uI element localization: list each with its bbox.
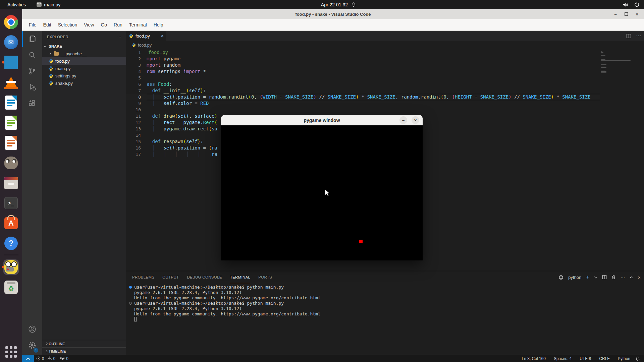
terminal-line-6: Hello from the pygame community. https:/…	[134, 311, 637, 317]
run-debug-icon[interactable]	[22, 79, 42, 95]
clock-menu[interactable]: Apr 22 01:32	[321, 2, 356, 7]
menu-terminal[interactable]: Terminal	[126, 21, 150, 29]
file-snake.py[interactable]: snake.py	[42, 79, 126, 87]
pygame-minimize-button[interactable]: –	[399, 116, 407, 124]
code-line-3[interactable]: 3mport random	[126, 62, 644, 68]
menu-selection[interactable]: Selection	[55, 21, 81, 29]
panel-tab-debug-console[interactable]: DEBUG CONSOLE	[187, 271, 222, 283]
dock-thunderbird-icon[interactable]: ✉	[2, 32, 20, 52]
pygame-title-bar[interactable]: pygame window – ×	[221, 115, 423, 125]
language-mode-status[interactable]: Python	[615, 356, 633, 361]
kill-terminal-icon[interactable]	[611, 275, 616, 280]
tab-close-icon[interactable]: ×	[161, 33, 164, 39]
panel-more-icon[interactable]: ···	[621, 275, 625, 280]
dock-terminal-icon[interactable]: >_	[2, 193, 20, 213]
minimap[interactable]	[600, 49, 644, 271]
encoding-status[interactable]: UTF-8	[577, 356, 594, 361]
pygame-close-button[interactable]: ×	[412, 116, 419, 124]
dock-libreoffice-writer-icon[interactable]	[2, 93, 20, 113]
terminal-profile-label[interactable]: python	[568, 275, 581, 280]
dock-snake-game-icon[interactable]	[2, 257, 20, 277]
explorer-icon[interactable]	[22, 31, 42, 47]
dock-trash-icon[interactable]: ♻	[2, 277, 20, 297]
dock-vlc-icon[interactable]	[2, 72, 20, 93]
pygame-canvas[interactable]	[221, 125, 423, 260]
activities-button[interactable]: Activities	[0, 0, 33, 9]
dock-show-apps-icon[interactable]	[2, 342, 20, 362]
cursor-position-status[interactable]: Ln 8, Col 160	[519, 356, 548, 361]
code-line-8[interactable]: 8 │ self.position = random.randint(0, (W…	[126, 94, 644, 100]
panel-tab-terminal[interactable]: TERMINAL	[230, 271, 251, 283]
tab-food-py[interactable]: food.py ×	[126, 31, 166, 41]
extensions-icon[interactable]	[22, 95, 42, 111]
code-line-5[interactable]: 5	[126, 75, 644, 81]
clock-label: Apr 22 01:32	[321, 2, 348, 7]
dock-separator	[4, 255, 18, 255]
volume-icon	[623, 2, 628, 7]
focused-app-menu[interactable]: main.py	[33, 0, 64, 9]
file-main.py[interactable]: main.py	[42, 65, 126, 72]
file-food.py[interactable]: food.py	[42, 57, 126, 65]
code-line-9[interactable]: 9 │ self.color = RED	[126, 100, 644, 107]
dock-help-icon[interactable]: ?	[2, 233, 20, 253]
system-status-area[interactable]	[623, 2, 639, 7]
panel-tab-ports[interactable]: PORTS	[258, 271, 272, 283]
dock-ubuntu-software-icon[interactable]: A	[2, 213, 20, 233]
menu-file[interactable]: File	[25, 21, 40, 29]
panel-tab-problems[interactable]: PROBLEMS	[132, 271, 154, 283]
remote-indicator[interactable]: ><	[22, 355, 34, 362]
maximize-panel-icon[interactable]	[630, 276, 633, 279]
indentation-status[interactable]: Spaces: 4	[551, 356, 574, 361]
split-terminal-icon[interactable]	[602, 275, 607, 280]
file-settings.py[interactable]: settings.py	[42, 72, 126, 79]
code-line-10[interactable]: 10	[126, 107, 644, 113]
menu-go[interactable]: Go	[97, 21, 110, 29]
dock-files-icon[interactable]	[2, 173, 20, 193]
settings-gear-icon[interactable]: 1	[22, 337, 42, 353]
code-line-1[interactable]: 1food.py	[126, 49, 644, 56]
command-decoration-filled[interactable]	[129, 286, 132, 289]
dock-libreoffice-impress-icon[interactable]	[2, 133, 20, 153]
menu-edit[interactable]: Edit	[40, 21, 55, 29]
code-line-7[interactable]: 7 def __init__(self):	[126, 87, 644, 94]
ports-status[interactable]: 0	[58, 356, 71, 361]
notifications-bell-icon[interactable]	[636, 356, 640, 361]
outline-section[interactable]: OUTLINE	[42, 340, 126, 347]
panel-tab-output[interactable]: OUTPUT	[162, 271, 179, 283]
code-line-6[interactable]: 6ass Food:	[126, 81, 644, 87]
breadcrumb[interactable]: food.py	[126, 41, 644, 49]
timeline-section[interactable]: TIMELINE	[42, 347, 126, 355]
file-__pycache__[interactable]: __pycache__	[42, 50, 126, 57]
code-line-4[interactable]: 4rom settings import *	[126, 68, 644, 75]
tab-label: food.py	[136, 34, 150, 39]
new-terminal-icon[interactable]: +	[586, 274, 589, 281]
vscode-title-bar[interactable]: food.py - snake - Visual Studio Code – ×	[22, 9, 644, 19]
source-control-icon[interactable]	[22, 63, 42, 79]
menu-run[interactable]: Run	[110, 21, 126, 29]
maximize-button[interactable]	[625, 12, 628, 16]
menu-help[interactable]: Help	[150, 21, 167, 29]
editor-more-icon[interactable]: ···	[636, 33, 641, 39]
python-profile-icon	[558, 275, 564, 280]
dock-libreoffice-calc-icon[interactable]	[2, 113, 20, 133]
profile-dropdown-icon[interactable]	[594, 276, 597, 279]
split-editor-icon[interactable]	[626, 34, 631, 39]
code-line-2[interactable]: 2mport pygame	[126, 56, 644, 62]
project-section-snake[interactable]: SNAKE	[42, 43, 126, 50]
close-button[interactable]: ×	[635, 12, 639, 16]
close-panel-icon[interactable]: ×	[638, 275, 641, 280]
search-icon[interactable]	[22, 47, 42, 63]
dock-chrome-icon[interactable]	[2, 12, 20, 32]
terminal[interactable]: user@user-virtual-machine:~/Desktop/snak…	[134, 285, 637, 353]
desktop: Activities main.py Apr 22 01:32 ✉>_A?♻	[0, 0, 644, 362]
minimize-button[interactable]: –	[613, 12, 618, 16]
explorer-more-icon[interactable]: ···	[117, 35, 122, 39]
dock-gimp-icon[interactable]	[2, 153, 20, 173]
menu-view[interactable]: View	[80, 21, 97, 29]
command-decoration-hollow[interactable]	[129, 302, 132, 305]
dock-vscode-icon[interactable]	[2, 52, 20, 72]
eol-status[interactable]: CRLF	[596, 356, 612, 361]
pygame-window[interactable]: pygame window – ×	[221, 115, 423, 260]
account-icon[interactable]	[22, 321, 42, 337]
problems-status[interactable]: 0 0	[34, 356, 58, 361]
